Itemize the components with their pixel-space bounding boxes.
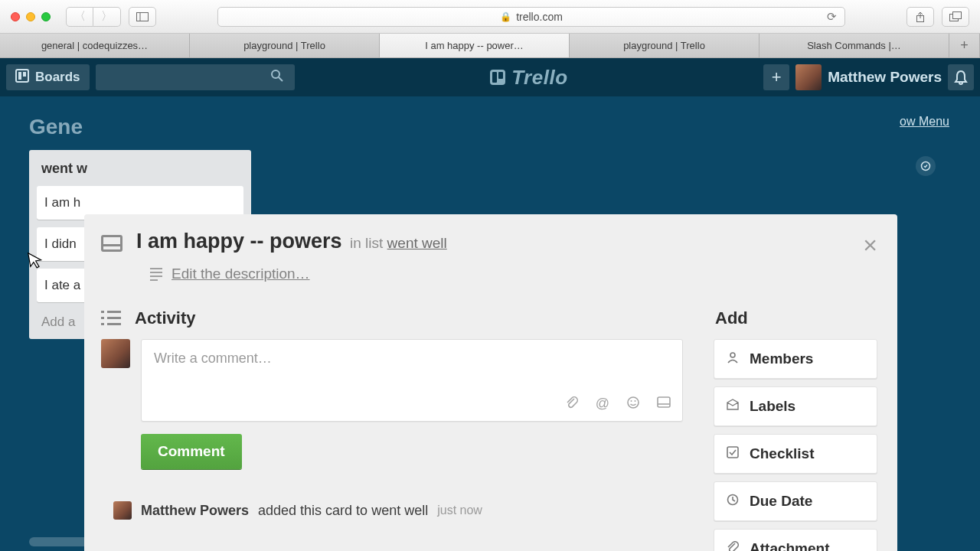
boards-button[interactable]: Boards xyxy=(6,64,90,90)
emoji-icon[interactable] xyxy=(626,396,641,413)
activity-action: added this card to went well xyxy=(258,503,428,519)
window-controls xyxy=(11,12,51,21)
svg-rect-17 xyxy=(727,447,738,458)
browser-tab-active[interactable]: I am happy -- power… xyxy=(380,34,570,57)
checklist-icon xyxy=(725,446,740,462)
svg-rect-4 xyxy=(953,12,962,19)
svg-point-12 xyxy=(631,400,632,402)
card-main-column: Activity Write a comment… @ xyxy=(101,308,683,551)
svg-rect-0 xyxy=(137,12,149,21)
address-bar[interactable]: 🔒 trello.com ⟳ xyxy=(217,7,845,27)
browser-tab[interactable]: Slash Commands |… xyxy=(760,34,949,57)
board-stage: Gene ow Menu went w I am h I didn I ate … xyxy=(0,96,980,551)
search-icon xyxy=(270,69,284,86)
svg-point-11 xyxy=(628,397,639,408)
attachment-button[interactable]: Attachment xyxy=(714,529,877,551)
lock-icon: 🔒 xyxy=(500,11,511,22)
comment-placeholder: Write a comment… xyxy=(154,350,272,366)
card-icon[interactable] xyxy=(656,396,671,413)
sidebar-toggle-button[interactable] xyxy=(129,7,156,27)
notifications-button[interactable] xyxy=(948,64,974,90)
browser-tab[interactable]: playground | Trello xyxy=(570,34,760,57)
mention-icon[interactable]: @ xyxy=(595,396,610,413)
close-window-button[interactable] xyxy=(11,12,20,21)
clock-icon xyxy=(725,494,740,510)
close-icon[interactable]: × xyxy=(863,231,877,259)
tab-strip: general | codequizzes… playground | Trel… xyxy=(0,34,980,58)
browser-toolbar: 〈 〉 🔒 trello.com ⟳ xyxy=(0,0,980,34)
activity-icon xyxy=(101,311,121,326)
browser-tab[interactable]: playground | Trello xyxy=(190,34,380,57)
new-tab-button[interactable]: + xyxy=(949,34,980,57)
svg-rect-14 xyxy=(658,397,670,407)
activity-header: Activity xyxy=(101,308,683,328)
comment-toolbar: @ xyxy=(564,396,671,413)
boards-label: Boards xyxy=(35,70,80,85)
comment-input[interactable]: Write a comment… @ xyxy=(141,339,683,422)
checklist-button[interactable]: Checklist xyxy=(714,434,877,474)
activity-entry: Matthew Powers added this card to went w… xyxy=(113,501,683,520)
minimize-window-button[interactable] xyxy=(26,12,35,21)
svg-point-13 xyxy=(635,400,636,402)
members-icon xyxy=(725,351,740,367)
boards-icon xyxy=(15,69,29,86)
labels-button[interactable]: Labels xyxy=(714,386,877,426)
due-date-button[interactable]: Due Date xyxy=(714,481,877,521)
share-button[interactable] xyxy=(906,7,934,27)
members-button[interactable]: Members xyxy=(714,339,877,379)
back-button[interactable]: 〈 xyxy=(66,7,93,27)
avatar[interactable] xyxy=(795,64,822,90)
card-list-info: in list went well xyxy=(350,235,447,251)
svg-rect-6 xyxy=(18,72,21,80)
attachment-icon xyxy=(725,541,740,552)
trello-logo[interactable]: Trello xyxy=(301,66,758,90)
labels-icon xyxy=(725,399,740,415)
card-header: I am happy -- powers in list went well xyxy=(101,230,877,253)
description-icon xyxy=(150,268,162,281)
nav-buttons: 〈 〉 xyxy=(66,7,121,27)
search-input[interactable] xyxy=(96,64,295,90)
svg-point-8 xyxy=(272,70,279,78)
svg-point-16 xyxy=(730,353,735,357)
trello-header: Boards Trello + Matthew Powers xyxy=(0,58,980,96)
activity-user[interactable]: Matthew Powers xyxy=(141,503,249,519)
reload-button[interactable]: ⟳ xyxy=(827,10,837,24)
card-modal: × I am happy -- powers in list went well… xyxy=(84,214,897,551)
modal-overlay[interactable]: × I am happy -- powers in list went well… xyxy=(0,96,980,551)
avatar xyxy=(101,339,130,368)
tabs-button[interactable] xyxy=(942,7,969,27)
card-title[interactable]: I am happy -- powers xyxy=(136,230,342,253)
edit-description-link[interactable]: Edit the description… xyxy=(150,266,877,282)
svg-rect-7 xyxy=(23,72,26,77)
create-button[interactable]: + xyxy=(763,64,789,90)
attachment-icon[interactable] xyxy=(564,396,580,413)
comment-composer: Write a comment… @ xyxy=(101,339,683,422)
forward-button[interactable]: 〉 xyxy=(93,7,121,27)
svg-rect-5 xyxy=(16,70,28,82)
card-icon xyxy=(101,235,122,252)
user-menu[interactable]: Matthew Powers xyxy=(828,69,942,86)
browser-tab[interactable]: general | codequizzes… xyxy=(0,34,190,57)
sidebar-add-title: Add xyxy=(715,308,877,328)
activity-time: just now xyxy=(437,504,482,517)
url-host: trello.com xyxy=(516,11,563,23)
avatar xyxy=(113,501,132,520)
list-link[interactable]: went well xyxy=(387,235,447,251)
activity-title: Activity xyxy=(135,308,195,328)
card-sidebar: Add Members Labels Checklist Due Date At… xyxy=(714,308,877,551)
svg-line-9 xyxy=(279,77,283,81)
comment-button[interactable]: Comment xyxy=(141,434,242,469)
zoom-window-button[interactable] xyxy=(41,12,51,21)
